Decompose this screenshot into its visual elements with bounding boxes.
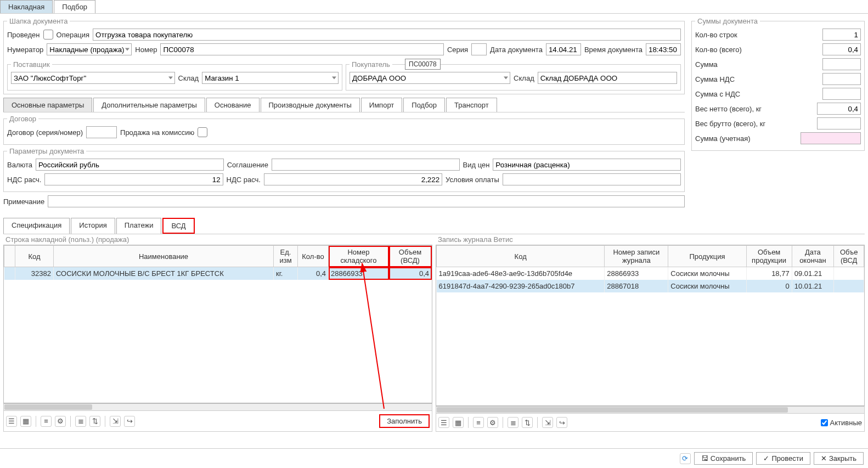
pricekind-input[interactable] [493,159,681,171]
close-label: Закрыть [829,454,856,463]
lowtab-history[interactable]: История [71,218,115,234]
note-input[interactable] [48,195,685,207]
rcol-code[interactable]: Код [437,246,605,267]
tab-invoice[interactable]: Накладная [0,0,53,13]
buyer-input[interactable] [350,72,510,84]
vatcalc2-input[interactable] [264,173,442,185]
supplier-input[interactable] [11,72,175,84]
rcol-product[interactable]: Продукция [668,246,746,267]
acct-value[interactable] [801,132,861,144]
numerator-input[interactable] [47,43,132,55]
col-name[interactable]: Наименование [54,246,274,267]
subtab-import[interactable]: Импорт [361,98,402,112]
contract-series-input[interactable] [86,126,117,138]
subtab-basis[interactable]: Основание [206,98,260,112]
supplier-stock-input[interactable] [202,72,339,84]
sort-icon[interactable]: ⇅ [89,416,100,427]
docdate-label: Дата документа [490,46,543,54]
refresh-icon[interactable]: ⟳ [680,453,691,464]
series-input[interactable] [471,43,487,55]
filter-icon[interactable]: ≡ [473,417,484,428]
sumvat-label: Сумма с НДС [695,90,740,98]
posted-label: Проведен [7,31,40,39]
commission-checkbox[interactable] [198,127,207,137]
docdate-input[interactable] [546,43,581,55]
qty-value[interactable] [822,43,861,55]
rcol-volvsd[interactable]: Объе (ВСД [834,246,864,267]
subtab-transport[interactable]: Транспорт [446,98,497,112]
close-button[interactable]: ✕Закрыть [814,452,864,465]
table-row[interactable]: 32382 СОСИСКИ МОЛОЧНЫЕ В/С БРЕСТ 1КГ БРЕ… [4,267,432,280]
operation-label: Операция [57,31,90,39]
col-stockno[interactable]: Номер складского [329,246,389,267]
sumvat-value[interactable] [822,88,861,100]
posted-checkbox[interactable] [43,30,53,40]
lowtab-payments[interactable]: Платежи [116,218,162,234]
rcell-code: 1a919caa-ade6-48e3-ae9c-13d6b705fd4e [437,267,605,280]
rcell-volprod: 0 [746,280,792,292]
active-checkbox[interactable] [821,419,828,426]
right-scrollbar[interactable] [436,406,865,414]
doctime-input[interactable] [646,43,681,55]
acct-label: Сумма (учетная) [695,134,751,143]
rcol-volprod[interactable]: Объем продукции [746,246,792,267]
left-grid-title: Строка накладной (польз.) (продажа) [3,234,432,245]
subtab-pick[interactable]: Подбор [403,98,445,112]
filter-icon[interactable]: ≡ [41,416,52,427]
gear-icon[interactable]: ⚙ [55,416,66,427]
vat-label: Сумма НДС [695,75,735,83]
qty-label: Кол-во (всего) [695,46,742,54]
active-checkbox-wrap[interactable]: Активные [821,419,862,427]
share-icon[interactable]: ↪ [556,417,567,428]
cell-qty: 0,4 [298,267,329,280]
agreement-input[interactable] [272,159,460,171]
numlist-icon[interactable]: ≣ [508,417,518,428]
col-uom[interactable]: Ед. изм [274,246,298,267]
currency-input[interactable] [36,159,224,171]
buyer-stock-input[interactable] [538,72,677,84]
col-volvsd[interactable]: Объем (ВСД) [389,246,432,267]
left-scrollbar[interactable] [3,403,432,411]
left-grid[interactable]: Код Наименование Ед. изм Кол-во Номер ск… [3,245,432,403]
share-icon[interactable]: ↪ [124,416,135,427]
subtab-extra-params[interactable]: Дополнительные параметры [93,98,205,112]
list-icon[interactable]: ☰ [438,417,449,428]
col-qty[interactable]: Кол-во [298,246,329,267]
col-blank[interactable] [4,246,15,267]
buyer-group: Покупатель Склад [346,60,681,91]
operation-input[interactable] [93,29,681,41]
post-button[interactable]: ✓Провести [756,452,810,465]
numerator-label: Нумератор [7,46,43,54]
export-icon[interactable]: ⇲ [542,417,553,428]
right-grid[interactable]: Код Номер записи журнала Продукция Объем… [436,245,865,406]
list-icon[interactable]: ☰ [6,416,17,427]
net-value[interactable] [817,103,861,115]
vat-value[interactable] [822,73,861,85]
tab-pick[interactable]: Подбор [54,0,95,13]
numlist-icon[interactable]: ≣ [75,416,86,427]
grid-icon[interactable]: ▦ [20,416,31,427]
fill-button[interactable]: Заполнить [379,414,430,428]
col-code[interactable]: Код [15,246,54,267]
gear-icon[interactable]: ⚙ [487,417,498,428]
lowtab-spec[interactable]: Спецификация [3,218,70,234]
sum-value[interactable] [822,58,861,70]
subtab-derived-docs[interactable]: Производные документы [261,98,360,112]
table-row[interactable]: 6191847d-4aa7-4290-9239-265ad0c180b7 288… [437,280,864,292]
grid-icon[interactable]: ▦ [453,417,464,428]
lowtab-vsd[interactable]: ВСД [162,218,194,234]
table-row[interactable]: 1a919caa-ade6-48e3-ae9c-13d6b705fd4e 288… [437,267,864,280]
vatcalc1-label: НДС расч. [7,176,41,184]
payterms-input[interactable] [503,173,681,185]
export-icon[interactable]: ⇲ [110,416,121,427]
subtab-main-params[interactable]: Основные параметры [3,98,92,112]
sort-icon[interactable]: ⇅ [522,417,533,428]
number-input[interactable] [160,43,444,55]
save-button[interactable]: 🖫Сохранить [694,452,753,465]
rcol-journo[interactable]: Номер записи журнала [605,246,668,267]
vatcalc1-input[interactable] [44,173,223,185]
rows-value[interactable] [822,29,861,41]
contract-series-label: Договор (серия/номер) [7,128,83,137]
rcol-enddate[interactable]: Дата окончан [792,246,834,267]
gross-value[interactable] [817,117,861,129]
